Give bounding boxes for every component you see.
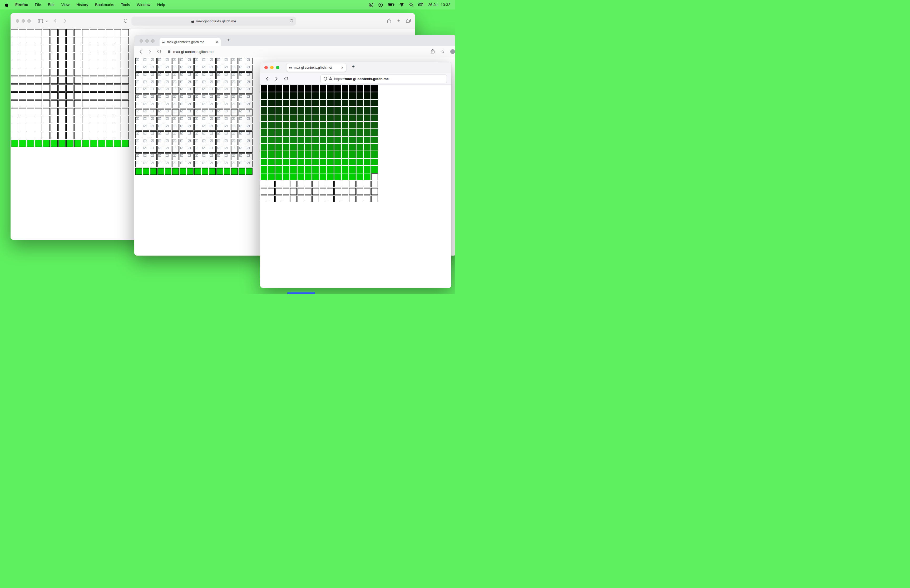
grid-cell — [312, 129, 319, 136]
broken-image-icon — [158, 95, 161, 98]
close-button[interactable] — [264, 66, 268, 69]
menu-help[interactable]: Help — [157, 3, 165, 7]
new-tab-button[interactable]: + — [227, 37, 230, 43]
forward-icon[interactable] — [147, 49, 152, 54]
tab-overview-icon[interactable] — [406, 19, 411, 23]
menu-bookmarks[interactable]: Bookmarks — [95, 3, 114, 7]
menu-history[interactable]: History — [76, 3, 88, 7]
menu-edit[interactable]: Edit — [48, 3, 55, 7]
menu-tools[interactable]: Tools — [121, 3, 130, 7]
chrome-active-tab[interactable]: ∞ max-gl-contexts.glitch.me × — [160, 38, 221, 46]
broken-image-icon — [144, 103, 146, 105]
grid-cell — [239, 139, 245, 145]
minimize-button[interactable] — [22, 19, 25, 23]
profile-avatar-icon[interactable] — [450, 49, 455, 54]
grid-cell — [371, 129, 378, 136]
grid-cell — [342, 166, 348, 173]
grid-cell — [157, 146, 164, 153]
close-button[interactable] — [139, 39, 143, 43]
grid-cell — [187, 73, 194, 79]
grammarly-status-icon[interactable]: G — [369, 3, 373, 7]
privacy-shield-icon[interactable] — [124, 19, 128, 23]
menubar-time[interactable]: 10:32 — [441, 3, 450, 7]
broken-image-icon — [195, 58, 198, 61]
grid-cell — [58, 77, 66, 84]
grid-cell — [122, 108, 129, 115]
firefox-window[interactable]: ∞ max-gl-contexts.glitch.me/ × + https:/… — [260, 62, 451, 288]
firefox-active-tab[interactable]: ∞ max-gl-contexts.glitch.me/ × — [286, 63, 346, 72]
address-bar[interactable]: max-gl-contexts.glitch.me — [131, 16, 296, 26]
broken-image-icon — [239, 88, 242, 90]
grid-cell — [90, 124, 97, 131]
bookmark-star-icon[interactable]: ☆ — [441, 49, 445, 54]
grid-cell — [82, 29, 89, 36]
grid-cell — [50, 100, 58, 107]
back-icon[interactable] — [265, 76, 270, 81]
broken-image-icon — [144, 117, 146, 120]
lock-icon[interactable] — [329, 77, 332, 81]
menu-file[interactable]: File — [35, 3, 41, 7]
grid-cell — [50, 140, 58, 147]
forward-icon[interactable] — [274, 76, 279, 81]
broken-image-icon — [180, 162, 183, 164]
minimize-button[interactable] — [145, 39, 149, 43]
grid-cell — [82, 84, 89, 92]
grid-cell — [27, 29, 34, 36]
share-icon[interactable] — [431, 49, 435, 54]
grid-cell — [342, 129, 348, 136]
grid-cell — [194, 73, 201, 79]
new-tab-button[interactable]: + — [352, 64, 355, 69]
forward-icon[interactable] — [63, 19, 67, 23]
broken-image-icon — [158, 162, 161, 164]
grid-cell — [143, 65, 149, 72]
back-icon[interactable] — [139, 49, 143, 54]
control-center-icon[interactable] — [419, 3, 423, 6]
wifi-icon[interactable] — [399, 3, 404, 6]
grid-cell — [349, 159, 356, 165]
back-icon[interactable] — [53, 19, 58, 23]
chevron-down-icon[interactable] — [45, 21, 48, 22]
close-button[interactable] — [16, 19, 19, 23]
broken-image-icon — [232, 162, 235, 164]
menubar-date[interactable]: 26 Jul — [428, 3, 438, 7]
grid-cell — [165, 94, 171, 101]
address-text[interactable]: max-gl-contexts.glitch.me — [173, 46, 213, 57]
zoom-button[interactable] — [27, 19, 31, 23]
grid-cell — [106, 92, 113, 100]
grid-cell — [74, 61, 81, 68]
spotlight-search-icon[interactable] — [409, 3, 414, 7]
tab-close-icon[interactable]: × — [341, 66, 343, 69]
broken-image-icon — [180, 95, 183, 98]
menu-window[interactable]: Window — [137, 3, 150, 7]
reload-icon[interactable] — [284, 76, 288, 81]
broken-image-icon — [158, 125, 161, 127]
grid-cell — [172, 65, 179, 72]
sidebar-toggle-icon[interactable] — [38, 19, 43, 23]
grid-cell — [275, 151, 282, 158]
app-menu-firefox[interactable]: Firefox — [15, 3, 28, 7]
grid-cell — [135, 161, 142, 167]
menu-view[interactable]: View — [61, 3, 70, 7]
grid-cell — [98, 132, 105, 139]
playback-status-icon[interactable] — [378, 3, 383, 7]
share-icon[interactable] — [387, 18, 391, 23]
battery-icon[interactable] — [388, 3, 394, 6]
zoom-button[interactable] — [151, 39, 155, 43]
grid-cell — [43, 84, 50, 92]
apple-menu-icon[interactable] — [5, 3, 8, 7]
grid-cell — [157, 94, 164, 101]
zoom-button[interactable] — [276, 66, 280, 69]
grid-cell — [290, 173, 297, 180]
minimize-button[interactable] — [270, 66, 273, 69]
new-tab-icon[interactable]: + — [397, 18, 400, 23]
reload-icon[interactable] — [157, 49, 162, 54]
grid-cell — [268, 137, 275, 143]
grid-cell — [217, 146, 223, 153]
tracking-shield-icon[interactable] — [323, 77, 327, 81]
address-bar[interactable]: https://max-gl-contexts.glitch.me — [321, 75, 446, 83]
tab-close-icon[interactable]: × — [216, 40, 218, 44]
broken-image-icon — [232, 139, 235, 142]
reload-icon[interactable] — [289, 19, 293, 23]
lock-icon[interactable] — [168, 50, 171, 53]
grid-cell — [11, 92, 18, 100]
